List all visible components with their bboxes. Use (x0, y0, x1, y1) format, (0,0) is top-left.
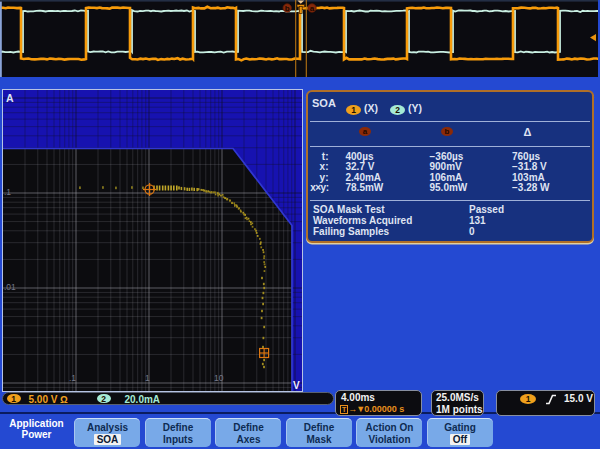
svg-text:.1: .1 (4, 187, 11, 197)
svg-text:A: A (6, 92, 14, 104)
svg-text:.1: .1 (69, 373, 76, 383)
svg-text:a: a (310, 4, 315, 13)
svg-text:b: b (285, 4, 290, 13)
svg-text:10: 10 (214, 373, 224, 383)
svg-text:1: 1 (145, 373, 150, 383)
svg-text:V: V (293, 380, 300, 391)
svg-text:.01: .01 (4, 282, 16, 292)
